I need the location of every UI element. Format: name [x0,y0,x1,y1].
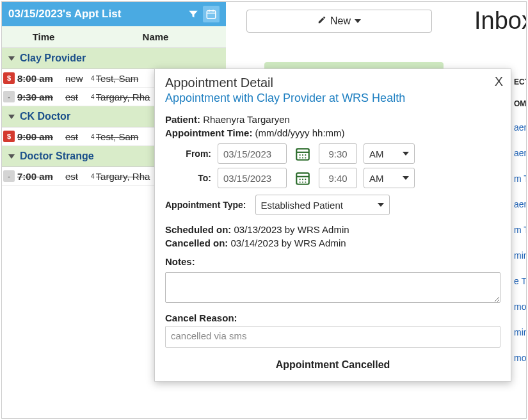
chevron-down-icon [8,56,15,61]
to-line: To: 03/15/2023 9:40 AM [178,168,500,188]
new-button-label: New [330,15,351,27]
appt-time: 9:00 am [17,131,65,142]
new-button[interactable]: New [246,10,432,33]
appt-list-header: 03/15/2023's Appt List [2,2,226,26]
right-frag-head1: ECT [514,71,527,93]
svg-point-6 [300,154,301,156]
chevron-down-icon [403,176,409,180]
cancelled-row: Cancelled on: 03/14/2023 by WRS Admin [165,238,500,248]
calendar-picker-icon[interactable] [293,144,312,163]
from-ampm-select[interactable]: AM [364,143,415,164]
chevron-down-icon [8,115,15,119]
svg-point-19 [305,181,306,182]
right-fragment-link[interactable]: e T [514,268,527,294]
appt-status: est [65,92,91,102]
cancel-reason-input[interactable]: cancelled via sms [165,326,500,348]
caret-down-icon [355,19,361,23]
appt-time-row: Appointment Time: (mm/dd/yyyy hh:mm) [165,127,500,138]
provider-name: Clay Provider [20,52,86,64]
svg-point-8 [305,154,306,156]
appt-super: 4 [91,75,95,82]
patient-label: Patient: [165,114,200,125]
provider-name: CK Doctor [20,111,70,122]
notes-input[interactable] [165,272,500,303]
pencil-icon [317,15,326,27]
inbox-heading: Inbox [474,7,527,35]
filter-icon[interactable] [185,6,202,22]
from-label: From: [178,149,211,159]
right-fragment-link[interactable]: aen [514,191,527,217]
right-frag-head2: OM [514,93,527,115]
modal-subtitle: Appointment with Clay Provider at WRS He… [165,92,500,105]
to-time-input[interactable]: 9:40 [319,168,357,188]
right-fragment-link[interactable]: mo [514,345,527,371]
right-fragment-link[interactable]: min [514,243,527,268]
svg-point-7 [302,154,303,156]
scheduled-value: 03/13/2023 by WRS Admin [234,224,349,235]
svg-point-18 [302,181,303,182]
right-fragment-link[interactable]: m T [514,217,527,243]
appt-status: new [65,73,91,84]
scheduled-row: Scheduled on: 03/13/2023 by WRS Admin [165,224,500,235]
svg-point-17 [300,181,301,182]
status-badge: $ [3,131,15,142]
appt-type-row: Appointment Type: Established Patient [165,195,500,215]
provider-group-header[interactable]: Clay Provider [2,48,226,69]
svg-rect-0 [207,11,216,19]
appt-type-label: Appointment Type: [165,200,246,210]
status-badge: - [3,170,15,182]
calendar-picker-icon[interactable] [293,168,312,188]
notes-label: Notes: [165,256,195,267]
appt-time-label: Appointment Time: [165,127,252,138]
from-date-input[interactable]: 03/15/2023 [218,143,287,164]
patient-value: Rhaenyra Targaryen [203,114,290,125]
right-fragment-list: ECT OM aenaenm Taenm Tmine Tmominmo [514,71,527,371]
to-ampm-select[interactable]: AM [364,168,415,188]
right-fragment-link[interactable]: min [514,319,527,345]
right-fragment-link[interactable]: aen [514,115,527,140]
patient-row: Patient: Rhaenyra Targaryen [165,114,500,125]
appointment-detail-modal: X Appointment Detail Appointment with Cl… [154,69,511,382]
chevron-down-icon [8,154,15,159]
svg-point-11 [305,157,306,158]
appt-time-hint: (mm/dd/yyyy hh:mm) [255,127,345,138]
svg-point-14 [300,179,301,180]
to-date-input[interactable]: 03/15/2023 [218,168,287,188]
svg-point-10 [302,157,303,158]
appt-type-select[interactable]: Established Patient [255,195,390,215]
col-name-header: Name [85,26,226,47]
appt-super: 4 [91,173,95,180]
appt-time: 7:00 am [17,171,65,182]
svg-point-9 [300,157,301,158]
from-time-input[interactable]: 9:30 [319,143,357,164]
modal-title: Appointment Detail [165,76,500,90]
appointment-cancelled-footer: Appointment Cancelled [165,359,500,371]
provider-name: Doctor Strange [20,150,94,162]
appt-super: 4 [91,133,95,140]
from-line: From: 03/15/2023 9:30 AM [178,143,500,164]
appt-status: est [65,171,91,182]
right-fragment-link[interactable]: m T [514,166,527,191]
chevron-down-icon [403,152,409,156]
appt-list-columns: Time Name [2,26,226,48]
appt-status: est [65,131,91,142]
scheduled-label: Scheduled on: [165,224,231,235]
svg-point-15 [302,179,303,180]
right-fragment-link[interactable]: mo [514,294,527,319]
appt-list-title: 03/15/2023's Appt List [8,8,121,20]
cancelled-label: Cancelled on: [165,238,228,248]
status-badge: $ [3,72,15,84]
appt-time: 9:30 am [17,92,65,102]
cancelled-value: 03/14/2023 by WRS Admin [231,238,346,248]
appt-super: 4 [91,93,95,101]
appt-time: 8:00 am [17,73,65,84]
cancel-reason-label: Cancel Reason: [165,312,237,323]
calendar-icon[interactable] [203,6,220,22]
chevron-down-icon [378,203,384,207]
to-label: To: [178,173,211,183]
svg-point-16 [305,179,306,180]
right-fragment-link[interactable]: aen [514,140,527,166]
close-icon[interactable]: X [495,74,503,89]
col-time-header: Time [2,26,85,47]
status-badge: - [3,91,15,102]
